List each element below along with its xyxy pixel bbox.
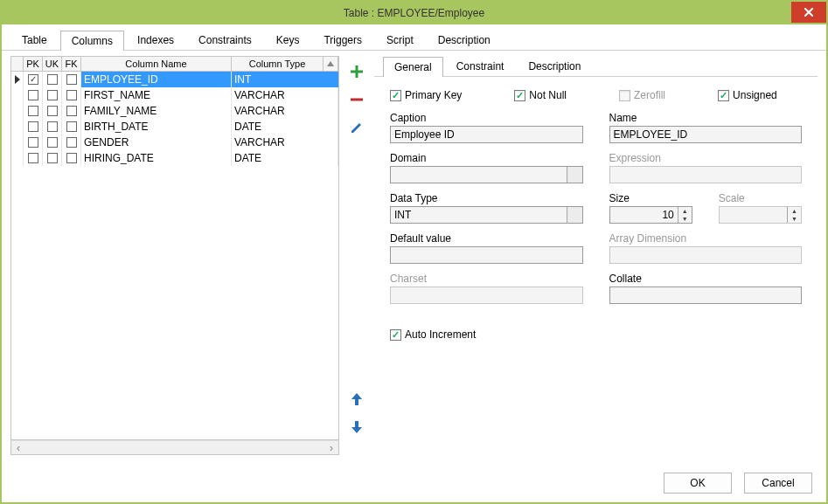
column-type-cell[interactable]: VARCHAR — [232, 87, 338, 103]
hscroll-left-icon[interactable]: ‹ — [11, 442, 25, 454]
checkbox-icon — [66, 153, 77, 163]
window-close-button[interactable] — [791, 2, 826, 23]
column-name-cell[interactable]: FIRST_NAME — [81, 87, 232, 103]
grid-header-name[interactable]: Column Name — [81, 57, 232, 71]
tab-constraints[interactable]: Constraints — [187, 30, 263, 50]
column-name-cell[interactable]: FAMILY_NAME — [81, 103, 232, 119]
column-name-cell[interactable]: EMPLOYEE_ID — [81, 72, 232, 87]
table-row[interactable]: HIRING_DATEDATE — [11, 150, 338, 166]
pk-checkbox[interactable] — [24, 87, 43, 103]
not-null-checkbox[interactable]: Not Null — [514, 89, 567, 101]
column-type-cell[interactable]: INT — [232, 72, 338, 87]
tab-table[interactable]: Table — [10, 30, 59, 50]
titlebar[interactable]: Table : EMPLOYEE/Employee — [2, 2, 826, 24]
tab-indexes[interactable]: Indexes — [126, 30, 185, 50]
move-up-button[interactable] — [344, 387, 369, 411]
edit-column-button[interactable] — [344, 115, 369, 140]
uk-checkbox[interactable] — [43, 119, 62, 135]
table-row[interactable]: FIRST_NAMEVARCHAR — [11, 87, 338, 103]
primary-key-checkbox[interactable]: Primary Key — [390, 89, 462, 101]
tab-script[interactable]: Script — [375, 30, 425, 50]
domain-picker-button[interactable] — [567, 167, 582, 183]
column-action-buttons — [339, 56, 374, 455]
subtab-constraint[interactable]: Constraint — [445, 56, 516, 76]
default-input[interactable] — [390, 246, 583, 264]
tab-keys[interactable]: Keys — [265, 30, 311, 50]
checkbox-icon — [390, 329, 401, 341]
column-name-cell[interactable]: HIRING_DATE — [81, 150, 232, 166]
table-row[interactable]: EMPLOYEE_IDINT — [11, 72, 338, 87]
grid-horizontal-scrollbar[interactable]: ‹ › — [10, 440, 339, 455]
tab-description[interactable]: Description — [427, 30, 502, 50]
column-type-cell[interactable]: VARCHAR — [232, 135, 338, 150]
columns-grid[interactable]: PK UK FK Column Name Column Type EMPLOYE… — [10, 56, 339, 440]
tab-triggers[interactable]: Triggers — [312, 30, 373, 50]
svg-marker-2 — [327, 61, 334, 66]
column-type-cell[interactable]: DATE — [232, 150, 338, 166]
datatype-picker-button[interactable] — [567, 207, 582, 223]
uk-checkbox[interactable] — [43, 135, 62, 150]
remove-column-button[interactable] — [344, 87, 369, 112]
add-column-button[interactable] — [344, 59, 369, 84]
column-name-cell[interactable]: GENDER — [81, 135, 232, 150]
pk-checkbox[interactable] — [24, 135, 43, 150]
charset-label: Charset — [390, 273, 583, 285]
fk-checkbox[interactable] — [62, 135, 81, 150]
row-marker — [11, 72, 24, 87]
current-row-icon — [15, 75, 20, 84]
checkbox-icon — [66, 74, 77, 85]
table-row[interactable]: GENDERVARCHAR — [11, 135, 338, 150]
move-down-button[interactable] — [344, 415, 369, 439]
ok-button[interactable]: OK — [664, 473, 732, 494]
subtab-description[interactable]: Description — [517, 56, 592, 76]
uk-checkbox[interactable] — [43, 72, 62, 87]
arraydim-input — [609, 246, 803, 264]
flags-row: Primary Key Not Null Zerofill Unsigned — [390, 89, 802, 101]
hscroll-right-icon[interactable]: › — [324, 442, 338, 454]
pk-checkbox[interactable] — [24, 103, 43, 119]
uk-checkbox[interactable] — [43, 150, 62, 166]
domain-label: Domain — [390, 152, 583, 164]
arraydim-label: Array Dimension — [609, 232, 803, 245]
fk-checkbox[interactable] — [62, 103, 81, 119]
name-input[interactable]: EMPLOYEE_ID — [609, 126, 803, 143]
fk-checkbox[interactable] — [62, 150, 81, 166]
domain-input[interactable] — [390, 166, 583, 183]
auto-increment-checkbox[interactable]: Auto Increment — [390, 328, 802, 341]
minus-icon — [350, 93, 364, 107]
table-row[interactable]: FAMILY_NAMEVARCHAR — [11, 103, 338, 119]
size-spinner[interactable]: 10 ▲▼ — [609, 206, 692, 224]
datatype-input[interactable]: INT — [390, 206, 583, 224]
spinner-buttons[interactable]: ▲▼ — [678, 207, 692, 223]
fk-checkbox[interactable] — [62, 72, 81, 87]
uk-checkbox[interactable] — [43, 103, 62, 119]
collate-input[interactable] — [609, 287, 803, 304]
table-row[interactable]: BIRTH_DATEDATE — [11, 119, 338, 135]
vscroll-up-icon[interactable] — [324, 57, 338, 71]
cancel-button[interactable]: Cancel — [744, 473, 812, 494]
spinner-buttons: ▲▼ — [787, 207, 801, 223]
grid-header-fk[interactable]: FK — [62, 57, 81, 71]
unsigned-checkbox[interactable]: Unsigned — [718, 89, 777, 101]
subtab-general[interactable]: General — [383, 57, 443, 77]
grid-header-type[interactable]: Column Type — [232, 57, 324, 71]
checkbox-icon — [47, 74, 58, 85]
pk-checkbox[interactable] — [24, 150, 43, 166]
pk-checkbox[interactable] — [24, 119, 43, 135]
checkbox-icon — [66, 137, 77, 148]
uk-checkbox[interactable] — [43, 87, 62, 103]
fk-checkbox[interactable] — [62, 119, 81, 135]
column-type-cell[interactable]: VARCHAR — [232, 103, 338, 119]
column-name-cell[interactable]: BIRTH_DATE — [81, 119, 232, 135]
pk-checkbox[interactable] — [24, 72, 43, 87]
auto-increment-label: Auto Increment — [405, 328, 476, 341]
grid-header-uk[interactable]: UK — [43, 57, 62, 71]
grid-header-pk[interactable]: PK — [24, 57, 43, 71]
tab-columns[interactable]: Columns — [60, 31, 124, 51]
properties-tabstrip: General Constraint Description — [374, 56, 818, 77]
fk-checkbox[interactable] — [62, 87, 81, 103]
caption-input[interactable]: Employee ID — [390, 126, 583, 143]
checkbox-icon — [28, 106, 38, 116]
column-type-cell[interactable]: DATE — [232, 119, 338, 135]
checkbox-icon — [28, 137, 38, 148]
